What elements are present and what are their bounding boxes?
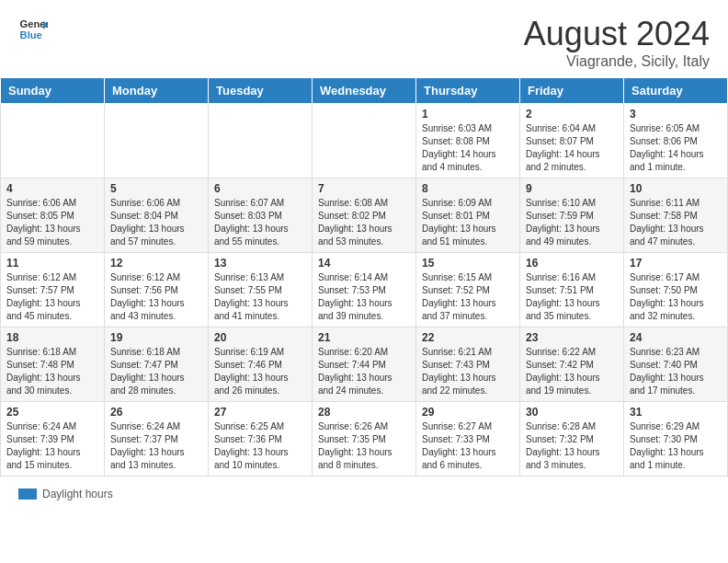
calendar-cell: 29Sunrise: 6:27 AM Sunset: 7:33 PM Dayli… — [416, 402, 520, 477]
weekday-header-sunday: Sunday — [1, 78, 105, 104]
day-info: Sunrise: 6:12 AM Sunset: 7:56 PM Dayligh… — [110, 271, 202, 323]
day-info: Sunrise: 6:28 AM Sunset: 7:32 PM Dayligh… — [526, 420, 618, 472]
calendar-cell: 5Sunrise: 6:06 AM Sunset: 8:04 PM Daylig… — [105, 178, 209, 253]
day-info: Sunrise: 6:12 AM Sunset: 7:57 PM Dayligh… — [6, 271, 98, 323]
day-info: Sunrise: 6:18 AM Sunset: 7:47 PM Dayligh… — [110, 346, 202, 397]
calendar-cell: 24Sunrise: 6:23 AM Sunset: 7:40 PM Dayli… — [624, 327, 728, 402]
day-number: 16 — [526, 257, 618, 270]
day-info: Sunrise: 6:18 AM Sunset: 7:48 PM Dayligh… — [6, 346, 98, 397]
day-info: Sunrise: 6:24 AM Sunset: 7:37 PM Dayligh… — [110, 420, 202, 472]
calendar-cell: 12Sunrise: 6:12 AM Sunset: 7:56 PM Dayli… — [105, 253, 209, 327]
day-number: 13 — [214, 257, 306, 270]
day-number: 31 — [630, 406, 722, 419]
day-number: 18 — [6, 331, 98, 344]
day-number: 14 — [318, 257, 410, 270]
calendar-cell: 25Sunrise: 6:24 AM Sunset: 7:39 PM Dayli… — [1, 402, 105, 477]
calendar-footer: Daylight hours — [0, 484, 728, 504]
calendar-cell: 14Sunrise: 6:14 AM Sunset: 7:53 PM Dayli… — [313, 253, 416, 327]
calendar-week-4: 18Sunrise: 6:18 AM Sunset: 7:48 PM Dayli… — [1, 327, 728, 402]
calendar-week-3: 11Sunrise: 6:12 AM Sunset: 7:57 PM Dayli… — [1, 253, 728, 327]
daylight-color-box — [18, 488, 37, 500]
calendar-cell: 31Sunrise: 6:29 AM Sunset: 7:30 PM Dayli… — [624, 402, 728, 477]
calendar-cell: 22Sunrise: 6:21 AM Sunset: 7:43 PM Dayli… — [416, 327, 520, 402]
weekday-header-row: SundayMondayTuesdayWednesdayThursdayFrid… — [1, 78, 728, 104]
day-info: Sunrise: 6:14 AM Sunset: 7:53 PM Dayligh… — [318, 271, 410, 323]
day-info: Sunrise: 6:16 AM Sunset: 7:51 PM Dayligh… — [526, 271, 618, 323]
day-number: 4 — [6, 182, 98, 195]
day-info: Sunrise: 6:17 AM Sunset: 7:50 PM Dayligh… — [630, 271, 722, 323]
day-number: 28 — [318, 406, 410, 419]
logo-icon: General Blue — [18, 15, 48, 44]
day-number: 17 — [630, 257, 722, 270]
day-number: 20 — [214, 331, 306, 344]
svg-text:Blue: Blue — [20, 29, 42, 40]
day-info: Sunrise: 6:05 AM Sunset: 8:06 PM Dayligh… — [630, 122, 722, 174]
weekday-header-thursday: Thursday — [416, 78, 520, 104]
day-number: 27 — [214, 406, 306, 419]
day-number: 12 — [110, 257, 202, 270]
day-number: 11 — [6, 257, 98, 270]
day-info: Sunrise: 6:06 AM Sunset: 8:05 PM Dayligh… — [6, 197, 98, 248]
weekday-header-friday: Friday — [520, 78, 624, 104]
day-number: 22 — [422, 331, 514, 344]
calendar-cell: 1Sunrise: 6:03 AM Sunset: 8:08 PM Daylig… — [416, 104, 520, 178]
day-info: Sunrise: 6:20 AM Sunset: 7:44 PM Dayligh… — [318, 346, 410, 397]
calendar-week-5: 25Sunrise: 6:24 AM Sunset: 7:39 PM Dayli… — [1, 402, 728, 477]
calendar-cell: 30Sunrise: 6:28 AM Sunset: 7:32 PM Dayli… — [520, 402, 624, 477]
daylight-label: Daylight hours — [42, 488, 113, 500]
calendar-cell: 28Sunrise: 6:26 AM Sunset: 7:35 PM Dayli… — [313, 402, 416, 477]
calendar-cell: 23Sunrise: 6:22 AM Sunset: 7:42 PM Dayli… — [520, 327, 624, 402]
day-info: Sunrise: 6:04 AM Sunset: 8:07 PM Dayligh… — [526, 122, 618, 174]
day-info: Sunrise: 6:15 AM Sunset: 7:52 PM Dayligh… — [422, 271, 514, 323]
calendar-cell: 3Sunrise: 6:05 AM Sunset: 8:06 PM Daylig… — [624, 104, 728, 178]
calendar-cell: 13Sunrise: 6:13 AM Sunset: 7:55 PM Dayli… — [209, 253, 313, 327]
day-number: 21 — [318, 331, 410, 344]
calendar-cell: 9Sunrise: 6:10 AM Sunset: 7:59 PM Daylig… — [520, 178, 624, 253]
day-info: Sunrise: 6:07 AM Sunset: 8:03 PM Dayligh… — [214, 197, 306, 248]
day-number: 8 — [422, 182, 514, 195]
calendar-cell: 7Sunrise: 6:08 AM Sunset: 8:02 PM Daylig… — [313, 178, 416, 253]
day-number: 26 — [110, 406, 202, 419]
day-info: Sunrise: 6:13 AM Sunset: 7:55 PM Dayligh… — [214, 271, 306, 323]
day-number: 5 — [110, 182, 202, 195]
day-info: Sunrise: 6:29 AM Sunset: 7:30 PM Dayligh… — [630, 420, 722, 472]
calendar-cell: 2Sunrise: 6:04 AM Sunset: 8:07 PM Daylig… — [520, 104, 624, 178]
day-info: Sunrise: 6:27 AM Sunset: 7:33 PM Dayligh… — [422, 420, 514, 472]
day-info: Sunrise: 6:25 AM Sunset: 7:36 PM Dayligh… — [214, 420, 306, 472]
calendar-cell — [1, 104, 105, 178]
page-header: General Blue August 2024 Viagrande, Sici… — [0, 0, 728, 77]
day-number: 19 — [110, 331, 202, 344]
calendar-cell — [105, 104, 209, 178]
title-block: August 2024 Viagrande, Sicily, Italy — [524, 15, 710, 70]
day-info: Sunrise: 6:23 AM Sunset: 7:40 PM Dayligh… — [630, 346, 722, 397]
day-info: Sunrise: 6:26 AM Sunset: 7:35 PM Dayligh… — [318, 420, 410, 472]
calendar-cell — [313, 104, 416, 178]
day-info: Sunrise: 6:22 AM Sunset: 7:42 PM Dayligh… — [526, 346, 618, 397]
day-number: 29 — [422, 406, 514, 419]
calendar-cell: 18Sunrise: 6:18 AM Sunset: 7:48 PM Dayli… — [1, 327, 105, 402]
day-info: Sunrise: 6:11 AM Sunset: 7:58 PM Dayligh… — [630, 197, 722, 248]
day-number: 15 — [422, 257, 514, 270]
day-info: Sunrise: 6:08 AM Sunset: 8:02 PM Dayligh… — [318, 197, 410, 248]
calendar-cell: 21Sunrise: 6:20 AM Sunset: 7:44 PM Dayli… — [313, 327, 416, 402]
day-info: Sunrise: 6:03 AM Sunset: 8:08 PM Dayligh… — [422, 122, 514, 174]
calendar-cell: 20Sunrise: 6:19 AM Sunset: 7:46 PM Dayli… — [209, 327, 313, 402]
weekday-header-tuesday: Tuesday — [209, 78, 313, 104]
calendar-cell: 8Sunrise: 6:09 AM Sunset: 8:01 PM Daylig… — [416, 178, 520, 253]
day-info: Sunrise: 6:19 AM Sunset: 7:46 PM Dayligh… — [214, 346, 306, 397]
calendar-cell: 19Sunrise: 6:18 AM Sunset: 7:47 PM Dayli… — [105, 327, 209, 402]
day-number: 10 — [630, 182, 722, 195]
calendar-cell: 26Sunrise: 6:24 AM Sunset: 7:37 PM Dayli… — [105, 402, 209, 477]
calendar-cell: 10Sunrise: 6:11 AM Sunset: 7:58 PM Dayli… — [624, 178, 728, 253]
day-number: 7 — [318, 182, 410, 195]
calendar-week-2: 4Sunrise: 6:06 AM Sunset: 8:05 PM Daylig… — [1, 178, 728, 253]
calendar-cell: 15Sunrise: 6:15 AM Sunset: 7:52 PM Dayli… — [416, 253, 520, 327]
day-number: 1 — [422, 108, 514, 121]
weekday-header-saturday: Saturday — [624, 78, 728, 104]
day-info: Sunrise: 6:21 AM Sunset: 7:43 PM Dayligh… — [422, 346, 514, 397]
logo: General Blue — [18, 15, 48, 44]
calendar-cell: 6Sunrise: 6:07 AM Sunset: 8:03 PM Daylig… — [209, 178, 313, 253]
day-info: Sunrise: 6:24 AM Sunset: 7:39 PM Dayligh… — [6, 420, 98, 472]
day-info: Sunrise: 6:09 AM Sunset: 8:01 PM Dayligh… — [422, 197, 514, 248]
day-number: 30 — [526, 406, 618, 419]
